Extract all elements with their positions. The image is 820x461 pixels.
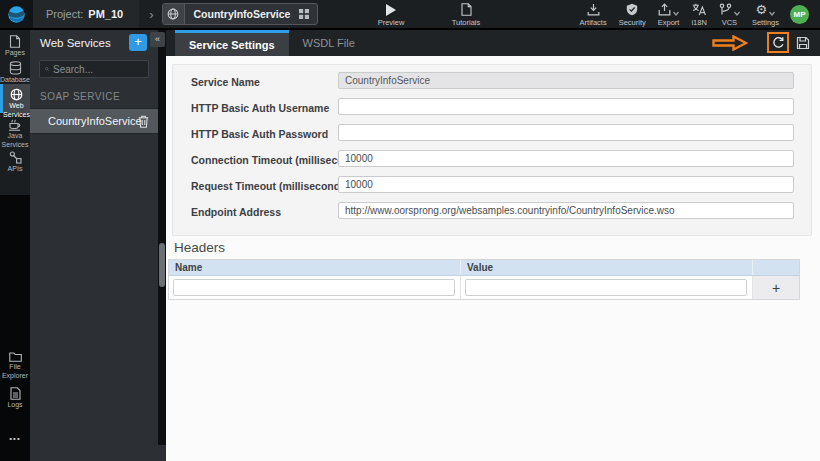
shield-icon (619, 3, 646, 16)
refresh-icon (772, 36, 785, 49)
download-icon (580, 3, 607, 16)
collapse-panel-button[interactable]: « (150, 32, 165, 47)
field-label-endpoint-address: Endpoint Address (191, 206, 281, 218)
form-row: Service Name (173, 70, 811, 96)
form-row: HTTP Basic Auth Username (173, 96, 811, 122)
add-header-button[interactable]: + (753, 276, 799, 299)
preview-label: Preview (372, 18, 410, 27)
app-window: Project: PM_10 › CountryInfoService Prev… (0, 0, 820, 461)
vcs-label: VCS (719, 18, 740, 27)
artifacts-label: Artifacts (580, 18, 607, 27)
rail-label-logs: Logs (0, 401, 30, 410)
scroll-corner (158, 445, 166, 461)
header-value-input[interactable] (465, 279, 747, 296)
export-button[interactable]: Export (652, 2, 686, 27)
settings-label: Settings (752, 18, 779, 27)
main-panel: Service Settings WSDL File Service Name (166, 30, 820, 461)
tutorials-label: Tutorials (444, 18, 488, 27)
connection-timeout-input[interactable] (338, 150, 794, 167)
i18n-label: i18N (691, 18, 706, 27)
gear-icon: ⚙ (756, 3, 768, 16)
headers-section-title: Headers (174, 240, 225, 255)
left-icon-rail: Pages Databases Web Services Java Servic… (0, 30, 30, 461)
field-label-password: HTTP Basic Auth Password (191, 128, 328, 140)
security-button[interactable]: Security (613, 2, 652, 27)
field-label-request-timeout: Request Timeout (milliseconds) (191, 180, 350, 192)
endpoint-address-input[interactable] (338, 202, 794, 219)
rail-item-apis[interactable]: APIs (0, 148, 30, 174)
folder-icon (9, 351, 22, 362)
rail-item-file-explorer[interactable]: File Explorer (0, 348, 30, 381)
user-avatar[interactable]: MP (790, 5, 809, 24)
pages-icon (9, 35, 21, 48)
rail-item-more[interactable]: ••• (0, 430, 30, 444)
column-header-value: Value (461, 260, 753, 275)
artifacts-button[interactable]: Artifacts (574, 2, 613, 27)
translate-icon (691, 3, 706, 16)
service-search-box[interactable] (39, 60, 149, 78)
rail-label-apis: APIs (0, 165, 30, 174)
search-icon (45, 64, 49, 74)
upload-icon (658, 3, 671, 16)
save-icon (796, 36, 810, 50)
plus-icon: + (772, 278, 780, 298)
rail-item-logs[interactable]: Logs (0, 384, 30, 410)
open-service-tab[interactable]: CountryInfoService (162, 3, 319, 25)
form-row: Endpoint Address (173, 200, 811, 226)
add-service-button[interactable]: + (129, 34, 147, 51)
form-row: Request Timeout (milliseconds) (173, 174, 811, 200)
delete-service-icon[interactable] (138, 115, 149, 128)
rail-item-web-services[interactable]: Web Services (0, 84, 30, 113)
rail-item-java-services[interactable]: Java Services (0, 116, 30, 150)
i18n-button[interactable]: i18N (685, 2, 712, 27)
service-settings-form: Service Name HTTP Basic Auth Username HT… (172, 64, 812, 236)
headers-table-row: + (169, 276, 799, 299)
service-list-item[interactable]: CountryInfoService (30, 108, 158, 134)
form-row: HTTP Basic Auth Password (173, 122, 811, 148)
breadcrumb-chevron-icon: › (149, 7, 153, 22)
project-name: PM_10 (88, 8, 123, 20)
service-name-input (338, 72, 794, 89)
http-basic-auth-password-input[interactable] (338, 124, 794, 141)
service-tabbar: Service Settings WSDL File (166, 30, 820, 56)
settings-button[interactable]: ⚙ Settings (746, 2, 785, 27)
preview-button[interactable]: Preview (372, 3, 410, 27)
project-selector[interactable]: Project: PM_10 (33, 0, 139, 28)
export-label: Export (658, 18, 680, 27)
field-label-service-name: Service Name (191, 76, 260, 88)
rail-label-file-explorer: File Explorer (0, 363, 30, 381)
chevron-down-icon (769, 11, 775, 16)
rail-item-pages[interactable]: Pages (0, 32, 30, 58)
tutorials-button[interactable]: Tutorials (444, 3, 488, 27)
web-services-panel: Web Services + SOAP SERVICE CountryInfoS… (30, 30, 158, 461)
http-basic-auth-username-input[interactable] (338, 98, 794, 115)
globe-icon (163, 3, 185, 25)
project-label: Project: (46, 8, 83, 20)
app-logo[interactable] (0, 0, 33, 28)
tab-wsdl-file[interactable]: WSDL File (289, 30, 369, 56)
panel-title: Web Services (30, 37, 111, 49)
vertical-scrollbar[interactable] (159, 243, 165, 287)
column-header-actions (753, 260, 799, 275)
branch-icon (719, 3, 732, 16)
grid-icon[interactable] (299, 9, 317, 19)
form-row: Connection Timeout (milliseconds) (173, 148, 811, 174)
search-input[interactable] (53, 64, 143, 75)
rail-item-databases[interactable]: Databases (0, 58, 30, 85)
service-settings-content: Service Name HTTP Basic Auth Username HT… (166, 56, 820, 461)
vcs-button[interactable]: VCS (713, 2, 746, 27)
play-icon (372, 3, 410, 16)
web-services-globe-icon (10, 88, 23, 101)
header-name-input[interactable] (173, 279, 455, 296)
headers-table-header: Name Value (169, 260, 799, 276)
database-icon (9, 61, 22, 75)
document-icon (444, 3, 488, 16)
save-service-button[interactable] (796, 36, 810, 50)
rail-label-java-services: Java Services (0, 132, 30, 150)
request-timeout-input[interactable] (338, 176, 794, 193)
refresh-service-button[interactable] (767, 32, 789, 53)
panel-scroll-strip: « (158, 30, 166, 461)
tab-service-settings[interactable]: Service Settings (175, 30, 289, 56)
field-label-username: HTTP Basic Auth Username (191, 102, 329, 114)
rail-label-pages: Pages (0, 49, 30, 58)
